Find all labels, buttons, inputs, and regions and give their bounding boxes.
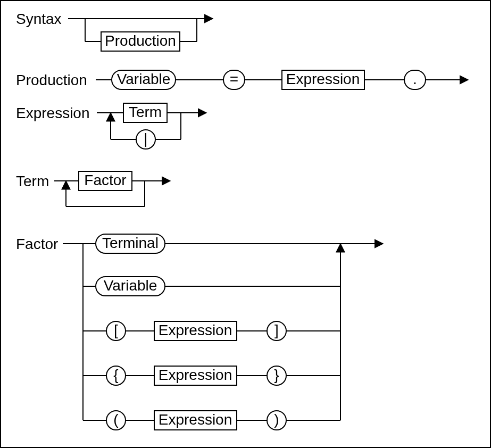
terminal-dot-label: . [413,71,417,87]
nonterminal-expression-4-label: Expression [159,367,232,383]
terminal-rbracket-label: ] [274,322,279,338]
rule-name-expression: Expression [16,105,90,121]
rule-name-term: Term [16,173,49,189]
nonterminal-term-label: Term [129,104,162,120]
railroad-diagram: Syntax Production Production Variable = … [0,0,491,448]
terminal-equals-label: = [230,71,238,87]
terminal-pipe-label: | [144,130,147,147]
nonterminal-factor-label: Factor [84,172,126,188]
nonterminal-expression-label: Expression [286,71,360,87]
terminal-variable-label: Variable [117,71,171,87]
frame [1,1,490,447]
terminal-rbrace-label: } [274,367,279,383]
terminal-terminal-label: Terminal [102,235,159,251]
terminal-lparen-label: ( [113,411,119,428]
rule-name-syntax: Syntax [16,11,62,27]
terminal-rparen-label: ) [274,411,279,428]
nonterminal-production-label: Production [105,32,176,49]
nonterminal-expression-5-label: Expression [159,411,232,428]
rule-name-factor: Factor [16,236,58,252]
nonterminal-expression-3-label: Expression [159,322,232,338]
rule-name-production: Production [16,72,87,88]
terminal-variable-2-label: Variable [104,277,157,294]
terminal-lbrace-label: { [113,367,118,383]
terminal-lbracket-label: [ [114,322,118,338]
